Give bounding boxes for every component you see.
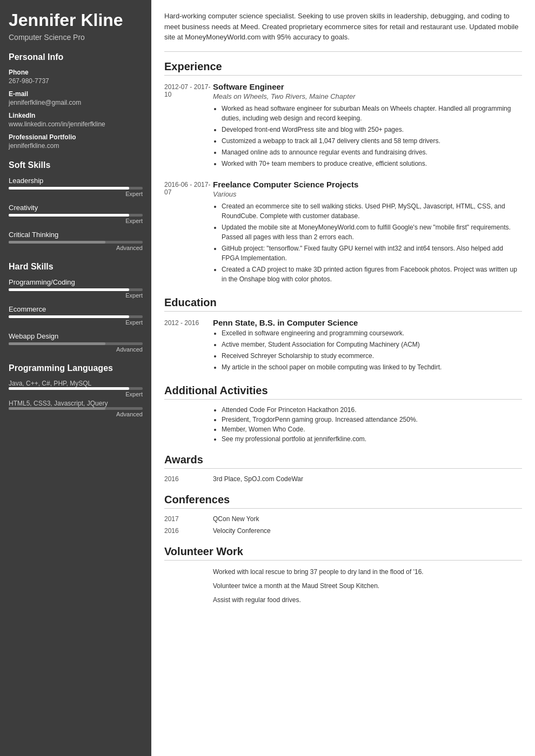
- skill-leadership: Leadership Expert: [9, 177, 143, 197]
- candidate-name: Jennifer Kline: [9, 11, 143, 30]
- list-item: Worked with 70+ team members to produce …: [222, 159, 522, 168]
- experience-content-1: Freelance Computer Science Projects Vari…: [213, 180, 522, 286]
- skill-ecommerce-bar-fill: [9, 315, 129, 318]
- list-item: See my professional portfolio at jennife…: [222, 435, 522, 443]
- soft-skills-heading: Soft Skills: [9, 160, 143, 170]
- skill-critical-thinking-name: Critical Thinking: [9, 231, 143, 239]
- award-entry-0: 2016 3rd Place, SpOJ.com CodeWar: [164, 475, 522, 483]
- skill-critical-thinking-bar-bg: [9, 241, 143, 244]
- skill-ecommerce-level: Expert: [9, 319, 143, 326]
- skill-leadership-bar-fill: [9, 187, 129, 190]
- hard-skills-heading: Hard Skills: [9, 262, 143, 272]
- education-bullets-0: Excelled in software engineering and pro…: [213, 328, 522, 372]
- list-item: Attended Code For Princeton Hackathon 20…: [222, 406, 522, 414]
- skill-creativity-bar-fill: [9, 214, 129, 217]
- education-heading: Education: [164, 296, 522, 312]
- award-text-0: 3rd Place, SpOJ.com CodeWar: [213, 475, 303, 483]
- volunteer-item-1: Volunteer twice a month at the Maud Stre…: [164, 581, 522, 591]
- experience-title-0: Software Engineer: [213, 82, 522, 91]
- education-content-0: Penn State, B.S. in Computer Science Exc…: [213, 318, 522, 374]
- portfolio-value: jenniferfkline.com: [9, 142, 143, 150]
- linkedin-label: LinkedIn: [9, 112, 143, 119]
- list-item: Member, Women Who Code.: [222, 426, 522, 433]
- skill-creativity-name: Creativity: [9, 204, 143, 212]
- conf-year-1: 2016: [164, 527, 213, 535]
- skill-webapp-bar-fill: [9, 342, 105, 345]
- email-label: E-mail: [9, 90, 143, 98]
- lang-primary: Java, C++, C#, PHP, MySQL Expert: [9, 380, 143, 397]
- list-item: Managed online ads to announce regular e…: [222, 147, 522, 157]
- awards-section: Awards 2016 3rd Place, SpOJ.com CodeWar: [164, 454, 522, 483]
- activities-section: Additional Activities Attended Code For …: [164, 384, 522, 443]
- experience-content-0: Software Engineer Meals on Wheels, Two R…: [213, 82, 522, 170]
- skill-critical-thinking: Critical Thinking Advanced: [9, 231, 143, 251]
- skill-creativity-bar-bg: [9, 214, 143, 217]
- skill-creativity-level: Expert: [9, 218, 143, 224]
- email-value: jenniferfkline@gmail.com: [9, 99, 143, 106]
- skill-webapp-name: Webapp Design: [9, 332, 143, 340]
- experience-subtitle-1: Various: [213, 190, 522, 198]
- lang-secondary-name: HTML5, CSS3, Javascript, JQuery: [9, 400, 143, 407]
- awards-heading: Awards: [164, 454, 522, 469]
- education-entry-0: 2012 - 2016 Penn State, B.S. in Computer…: [164, 318, 522, 374]
- experience-title-1: Freelance Computer Science Projects: [213, 180, 522, 189]
- contact-phone: Phone 267-980-7737: [9, 69, 143, 85]
- skill-ecommerce: Ecommerce Expert: [9, 305, 143, 326]
- skill-leadership-name: Leadership: [9, 177, 143, 185]
- lang-secondary: HTML5, CSS3, Javascript, JQuery Advanced: [9, 400, 143, 417]
- linkedin-value: www.linkedin.com/in/jenniferfkline: [9, 120, 143, 128]
- skill-creativity: Creativity Expert: [9, 204, 143, 224]
- conf-text-1: Velocity Conference: [213, 527, 271, 535]
- list-item: Created a CAD project to make 3D printed…: [222, 265, 522, 284]
- volunteer-item-0: Worked with local rescue to bring 37 peo…: [164, 567, 522, 577]
- list-item: Updated the mobile site at MoneyMoneyWor…: [222, 222, 522, 242]
- volunteer-section: Volunteer Work Worked with local rescue …: [164, 545, 522, 605]
- personal-info-heading: Personal Info: [9, 52, 143, 62]
- list-item: GitHub project: "tensorflow." Fixed faul…: [222, 244, 522, 263]
- skill-ecommerce-name: Ecommerce: [9, 305, 143, 313]
- list-item: Developed front-end WordPress site and b…: [222, 125, 522, 134]
- conferences-section: Conferences 2017 QCon New York 2016 Velo…: [164, 494, 522, 535]
- main-content: Hard-working computer science specialist…: [151, 0, 535, 756]
- award-year-0: 2016: [164, 475, 213, 483]
- skill-critical-thinking-bar-fill: [9, 241, 105, 244]
- phone-value: 267-980-7737: [9, 77, 143, 85]
- education-title-0: Penn State, B.S. in Computer Science: [213, 318, 522, 327]
- list-item: President, TrogdorPenn gaming group. Inc…: [222, 416, 522, 423]
- conf-text-0: QCon New York: [213, 515, 259, 523]
- phone-label: Phone: [9, 69, 143, 76]
- activities-list: Attended Code For Princeton Hackathon 20…: [164, 406, 522, 443]
- skill-programming-bar-fill: [9, 288, 129, 291]
- lang-primary-bar-fill: [9, 387, 129, 390]
- conferences-heading: Conferences: [164, 494, 522, 509]
- lang-primary-level: Expert: [9, 391, 143, 397]
- contact-portfolio: Professional Portfolio jenniferfkline.co…: [9, 133, 143, 150]
- experience-entry-1: 2016-06 - 2017-07 Freelance Computer Sci…: [164, 180, 522, 286]
- conf-entry-1: 2016 Velocity Conference: [164, 527, 522, 535]
- skill-ecommerce-bar-bg: [9, 315, 143, 318]
- volunteer-item-2: Assist with regular food drives.: [164, 595, 522, 605]
- list-item: Created an ecommerce site to sell walkin…: [222, 201, 522, 221]
- conf-entry-0: 2017 QCon New York: [164, 515, 522, 523]
- list-item: Customized a webapp to track all 1,047 d…: [222, 136, 522, 146]
- skill-webapp: Webapp Design Advanced: [9, 332, 143, 353]
- summary-text: Hard-working computer science specialist…: [164, 11, 522, 52]
- sidebar: Jennifer Kline Computer Science Pro Pers…: [0, 0, 151, 756]
- skill-programming-bar-bg: [9, 288, 143, 291]
- experience-section: Experience 2012-07 - 2017-10 Software En…: [164, 60, 522, 286]
- prog-lang-heading: Programming Languages: [9, 363, 143, 373]
- experience-heading: Experience: [164, 60, 522, 76]
- lang-secondary-bar-bg: [9, 407, 143, 410]
- lang-primary-name: Java, C++, C#, PHP, MySQL: [9, 380, 143, 387]
- skill-webapp-bar-bg: [9, 342, 143, 345]
- contact-linkedin: LinkedIn www.linkedin.com/in/jenniferfkl…: [9, 112, 143, 128]
- skill-leadership-level: Expert: [9, 191, 143, 197]
- conf-year-0: 2017: [164, 515, 213, 523]
- experience-entry-0: 2012-07 - 2017-10 Software Engineer Meal…: [164, 82, 522, 170]
- portfolio-label: Professional Portfolio: [9, 133, 143, 141]
- experience-subtitle-0: Meals on Wheels, Two Rivers, Maine Chapt…: [213, 92, 522, 100]
- experience-bullets-0: Worked as head software engineer for sub…: [213, 104, 522, 168]
- list-item: Received Schreyer Scholarship to study e…: [222, 351, 522, 361]
- skill-programming-name: Programming/Coding: [9, 278, 143, 286]
- list-item: Active member, Student Association for C…: [222, 340, 522, 349]
